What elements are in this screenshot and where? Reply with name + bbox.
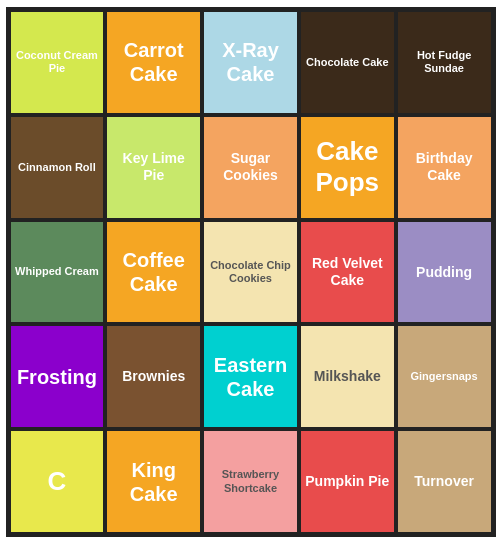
bingo-cell-2: X-Ray Cake <box>202 10 299 115</box>
bingo-cell-7: Sugar Cookies <box>202 115 299 220</box>
bingo-cell-10: Whipped Cream <box>9 220 106 325</box>
bingo-cell-19: Gingersnaps <box>396 324 493 429</box>
bingo-cell-17: Eastern Cake <box>202 324 299 429</box>
bingo-cell-16: Brownies <box>105 324 202 429</box>
bingo-cell-9: Birthday Cake <box>396 115 493 220</box>
bingo-cell-13: Red Velvet Cake <box>299 220 396 325</box>
bingo-cell-23: Pumpkin Pie <box>299 429 396 534</box>
bingo-cell-0: Coconut Cream Pie <box>9 10 106 115</box>
bingo-cell-21: King Cake <box>105 429 202 534</box>
bingo-cell-4: Hot Fudge Sundae <box>396 10 493 115</box>
bingo-cell-11: Coffee Cake <box>105 220 202 325</box>
bingo-cell-14: Pudding <box>396 220 493 325</box>
bingo-cell-20: C <box>9 429 106 534</box>
bingo-cell-24: Turnover <box>396 429 493 534</box>
bingo-cell-6: Key Lime Pie <box>105 115 202 220</box>
bingo-cell-3: Chocolate Cake <box>299 10 396 115</box>
bingo-cell-1: Carrot Cake <box>105 10 202 115</box>
bingo-cell-12: Chocolate Chip Cookies <box>202 220 299 325</box>
bingo-cell-8: Cake Pops <box>299 115 396 220</box>
bingo-cell-22: Strawberry Shortcake <box>202 429 299 534</box>
bingo-cell-18: Milkshake <box>299 324 396 429</box>
bingo-board: Coconut Cream PieCarrot CakeX-Ray CakeCh… <box>6 7 496 537</box>
bingo-cell-15: Frosting <box>9 324 106 429</box>
bingo-cell-5: Cinnamon Roll <box>9 115 106 220</box>
